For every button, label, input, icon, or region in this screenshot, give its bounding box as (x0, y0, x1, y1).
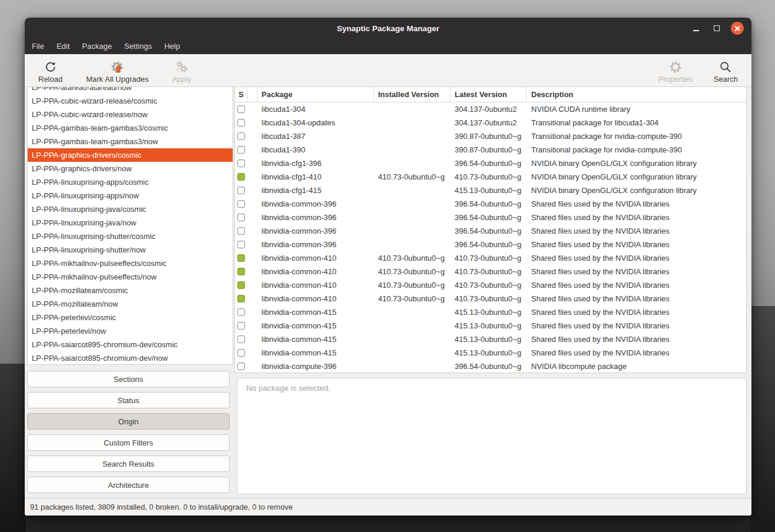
package-name-cell: libnvidia-common-396 (257, 213, 374, 222)
package-row[interactable]: libnvidia-common-415 415.13-0ubuntu0~g S… (235, 346, 746, 360)
package-row[interactable]: libnvidia-cfg1-415 415.13-0ubuntu0~g NVI… (235, 184, 746, 197)
package-row[interactable]: libnvidia-common-415 415.13-0ubuntu0~g S… (235, 305, 746, 319)
package-name-cell: libnvidia-common-410 (257, 294, 374, 303)
package-status-checkbox[interactable] (237, 322, 245, 330)
package-row[interactable]: libnvidia-common-415 415.13-0ubuntu0~g S… (235, 319, 746, 332)
package-status-checkbox[interactable] (237, 173, 245, 181)
reload-button[interactable]: Reload (38, 61, 62, 84)
filter-mode-button[interactable]: Origin (27, 413, 230, 430)
filter-mode-button[interactable]: Sections (27, 371, 230, 387)
package-status-checkbox[interactable] (237, 159, 245, 167)
description-cell: NVIDIA libcompute package (526, 362, 747, 371)
package-status-checkbox[interactable] (237, 349, 245, 357)
close-button[interactable] (731, 22, 744, 35)
package-table[interactable]: S Package Installed Version Latest Versi… (234, 87, 747, 373)
package-status-checkbox[interactable] (237, 146, 245, 154)
package-status-checkbox[interactable] (237, 214, 245, 221)
package-status-checkbox[interactable] (237, 132, 245, 140)
package-status-checkbox[interactable] (237, 119, 245, 127)
package-status-checkbox[interactable] (237, 200, 245, 208)
package-row[interactable]: libnvidia-common-410 410.73-0ubuntu0~g 4… (235, 251, 746, 265)
origin-list-item[interactable]: LP-PPA-peterlevi/now (28, 324, 233, 338)
package-row[interactable]: libnvidia-compute-396 396.54-0ubuntu0~g … (235, 360, 746, 373)
origin-filter-list[interactable]: LP-PPA-atareao-atareao/now LP-PPA-cubic-… (27, 87, 233, 365)
package-row[interactable]: libnvidia-common-396 396.54-0ubuntu0~g S… (235, 197, 746, 211)
menu-item[interactable]: Settings (124, 39, 152, 54)
package-row[interactable]: libnvidia-common-396 396.54-0ubuntu0~g S… (235, 238, 746, 251)
origin-list-item[interactable]: LP-PPA-linuxuprising-apps/cosmic (28, 175, 233, 189)
package-name-cell: libnvidia-common-410 (257, 281, 374, 290)
package-status-checkbox[interactable] (237, 335, 245, 343)
apply-label: Apply (172, 75, 191, 84)
search-button[interactable]: Search (714, 61, 738, 84)
filter-mode-button[interactable]: Custom Filters (27, 434, 230, 451)
installed-version-cell: 410.73-0ubuntu0~g (374, 172, 451, 181)
package-row[interactable]: libcuda1-390 390.87-0ubuntu0~g Transitio… (235, 143, 746, 157)
apply-button[interactable]: Apply (172, 61, 191, 84)
status-cell (235, 308, 248, 316)
filter-mode-button[interactable]: Status (27, 392, 230, 408)
maximize-button[interactable] (710, 22, 723, 35)
mark-all-upgrades-button[interactable]: Mark All Upgrades (86, 61, 148, 84)
package-status-checkbox[interactable] (237, 363, 245, 370)
package-status-checkbox[interactable] (237, 254, 245, 262)
origin-list-item[interactable]: LP-PPA-mikhailnov-pulseeffects/now (28, 270, 233, 284)
origin-list-item[interactable]: LP-PPA-linuxuprising-java/now (28, 216, 233, 230)
origin-list-item[interactable]: LP-PPA-peterlevi/cosmic (28, 311, 233, 324)
package-status-checkbox[interactable] (237, 308, 245, 316)
menu-item[interactable]: Package (82, 39, 112, 54)
origin-list-item[interactable]: LP-PPA-linuxuprising-shutter/cosmic (28, 230, 233, 243)
origin-list-item[interactable]: LP-PPA-mozillateam/now (28, 297, 233, 311)
package-row[interactable]: libcuda1-304-updates 304.137-0ubuntu2 Tr… (235, 116, 746, 129)
package-row[interactable]: libcuda1-304 304.137-0ubuntu2 NVIDIA CUD… (235, 102, 746, 116)
column-header-icon[interactable] (248, 87, 257, 102)
origin-list-item[interactable]: LP-PPA-mikhailnov-pulseeffects/cosmic (28, 257, 233, 270)
column-header-status[interactable]: S (235, 87, 248, 102)
origin-list-item[interactable]: LP-PPA-linuxuprising-java/cosmic (28, 202, 233, 216)
package-status-checkbox[interactable] (237, 281, 245, 289)
origin-list-item[interactable]: LP-PPA-mozillateam/cosmic (28, 284, 233, 297)
filter-mode-button[interactable]: Search Results (27, 455, 230, 472)
package-row[interactable]: libnvidia-common-396 396.54-0ubuntu0~g S… (235, 211, 746, 224)
package-row[interactable]: libnvidia-common-410 410.73-0ubuntu0~g 4… (235, 278, 746, 292)
description-cell: Shared files used by the NVIDIA librarie… (526, 267, 747, 276)
origin-list-item[interactable]: LP-PPA-saiarcot895-chromium-dev/now (28, 351, 233, 365)
package-status-checkbox[interactable] (237, 268, 245, 275)
package-status-checkbox[interactable] (237, 295, 245, 302)
origin-list-item[interactable]: LP-PPA-gambas-team-gambas3/cosmic (28, 121, 233, 135)
properties-button[interactable]: Properties (658, 61, 693, 84)
package-row[interactable]: libnvidia-cfg1-396 396.54-0ubuntu0~g NVI… (235, 157, 746, 170)
status-cell (235, 173, 248, 181)
origin-list-item[interactable]: LP-PPA-linuxuprising-apps/now (28, 189, 233, 202)
installed-version-cell: 410.73-0ubuntu0~g (374, 281, 451, 290)
package-row[interactable]: libnvidia-common-396 396.54-0ubuntu0~g S… (235, 224, 746, 238)
package-name-cell: libnvidia-common-396 (257, 200, 374, 208)
origin-list-item[interactable]: LP-PPA-cubic-wizard-release/cosmic (28, 94, 233, 108)
origin-list-item[interactable]: LP-PPA-atareao-atareao/now (28, 87, 233, 94)
package-status-checkbox[interactable] (237, 105, 245, 113)
package-status-checkbox[interactable] (237, 187, 245, 194)
menu-item[interactable]: File (32, 39, 44, 54)
column-header-latest-version[interactable]: Latest Version (451, 87, 526, 102)
origin-list-item[interactable]: LP-PPA-graphics-drivers/now (28, 162, 233, 175)
package-status-checkbox[interactable] (237, 227, 245, 235)
package-row[interactable]: libnvidia-common-410 410.73-0ubuntu0~g 4… (235, 292, 746, 305)
origin-list-item[interactable]: LP-PPA-graphics-drivers/cosmic (28, 148, 233, 162)
menu-item[interactable]: Help (164, 39, 180, 54)
column-header-description[interactable]: Description (526, 87, 747, 102)
filter-mode-button[interactable]: Architecture (27, 477, 230, 493)
menu-item[interactable]: Edit (57, 39, 69, 54)
package-row[interactable]: libnvidia-common-415 415.13-0ubuntu0~g S… (235, 332, 746, 346)
package-row[interactable]: libcuda1-387 390.87-0ubuntu0~g Transitio… (235, 129, 746, 143)
origin-list-item[interactable]: LP-PPA-saiarcot895-chromium-dev/cosmic (28, 338, 233, 351)
column-header-installed-version[interactable]: Installed Version (374, 87, 451, 102)
origin-list-item[interactable]: LP-PPA-cubic-wizard-release/now (28, 108, 233, 121)
titlebar[interactable]: Synaptic Package Manager (25, 18, 751, 39)
column-header-package[interactable]: Package (257, 87, 374, 102)
package-row[interactable]: libnvidia-cfg1-410 410.73-0ubuntu0~g 410… (235, 170, 746, 184)
package-status-checkbox[interactable] (237, 241, 245, 248)
package-row[interactable]: libnvidia-common-410 410.73-0ubuntu0~g 4… (235, 265, 746, 278)
minimize-button[interactable] (690, 22, 703, 35)
origin-list-item[interactable]: LP-PPA-linuxuprising-shutter/now (28, 243, 233, 257)
origin-list-item[interactable]: LP-PPA-gambas-team-gambas3/now (28, 135, 233, 148)
